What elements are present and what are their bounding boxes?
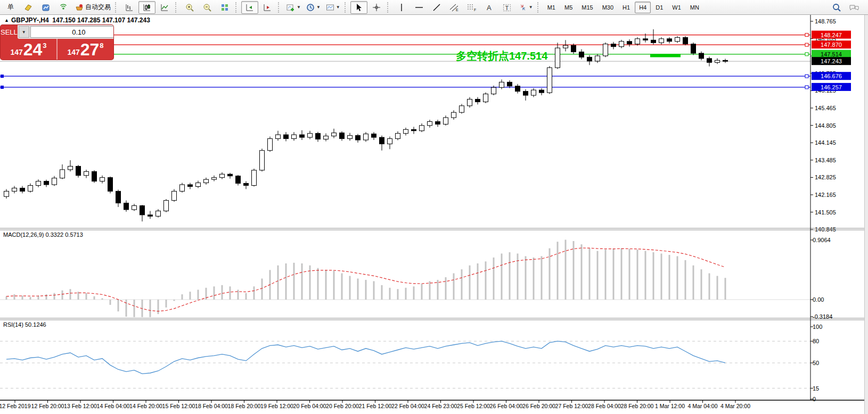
candle-body <box>124 203 129 210</box>
time-label: 14 Feb 20:00 <box>129 403 162 409</box>
time-label: 26 Feb 04:00 <box>490 403 523 409</box>
candle-body <box>188 185 193 186</box>
candle-body <box>300 135 305 137</box>
price-badge-label: 148.247 <box>821 32 842 38</box>
candle-body <box>372 134 376 137</box>
candle-body <box>476 99 480 102</box>
rsi-tick-label: 15 <box>813 385 819 392</box>
rsi-tick-label: 100 <box>813 324 822 330</box>
candle-body <box>108 178 113 192</box>
price-badge-label: 147.514 <box>821 51 842 57</box>
candle-body <box>196 183 201 187</box>
candle-body <box>236 176 241 184</box>
window-edge-strip <box>864 15 868 414</box>
line-handle[interactable] <box>805 86 808 89</box>
time-label: 13 Feb 12:00 <box>64 403 97 409</box>
rsi-label: RSI(14) 50.1246 <box>3 321 46 328</box>
candle-body <box>76 166 81 175</box>
candle-body <box>156 211 161 216</box>
buy-price-button[interactable]: 147 27 8 <box>58 39 113 60</box>
candle-body <box>60 170 65 178</box>
trading-terminal-window: 单 自动交易 ▼ ▼ ▼ E F A T ▼ M1M <box>0 0 868 414</box>
line-handle[interactable] <box>805 34 808 37</box>
time-label: 27 Feb 12:00 <box>555 403 588 409</box>
price-tick-label: 141.505 <box>815 209 836 216</box>
candle-body <box>643 39 648 40</box>
candle-body <box>723 60 728 61</box>
candle-body <box>603 44 608 56</box>
line-handle[interactable] <box>805 43 808 46</box>
time-label: 20 Feb 20:00 <box>326 403 359 409</box>
price-badge-label: 146.257 <box>821 84 842 90</box>
candle-body <box>396 134 400 139</box>
time-label: 28 Feb 04:00 <box>588 403 621 409</box>
candle-body <box>268 139 273 151</box>
candle-body <box>228 174 233 176</box>
candle-body <box>348 136 353 139</box>
candle-body <box>547 68 552 93</box>
line-handle[interactable] <box>805 53 808 56</box>
price-tick-label: 144.145 <box>815 139 836 146</box>
candle-body <box>388 139 392 144</box>
price-tick-label: 144.805 <box>815 122 836 129</box>
time-label: 14 Feb 04:00 <box>97 403 130 409</box>
candle-body <box>116 191 121 203</box>
candle-body <box>635 39 640 44</box>
candle-body <box>364 134 369 140</box>
chart-annotation-text[interactable]: 多空转折点147.514 <box>456 49 547 63</box>
volume-group: ▼ ▲ <box>18 25 113 39</box>
collapse-arrow-icon[interactable]: ▲ <box>4 18 9 23</box>
line-handle[interactable] <box>1 74 4 78</box>
macd-tick-label: 0.00 <box>813 296 824 303</box>
line-handle[interactable] <box>1 86 4 89</box>
candle-body <box>68 166 73 169</box>
candle-body <box>468 99 472 105</box>
candle-body <box>380 137 384 144</box>
candle-body <box>428 121 432 125</box>
volume-decrease-button[interactable]: ▼ <box>19 26 29 38</box>
line-handle[interactable] <box>805 74 808 78</box>
candle-body <box>579 52 584 57</box>
price-badge-label: 146.676 <box>821 73 842 79</box>
rsi-tick-label: 50 <box>813 360 819 366</box>
candle-body <box>412 129 416 130</box>
candle-body <box>499 82 504 87</box>
time-label: 18 Feb 20:00 <box>228 403 261 409</box>
candle-body <box>651 40 656 43</box>
price-badge-label: 147.870 <box>821 42 842 48</box>
candle-body <box>691 44 696 53</box>
candle-body <box>92 171 97 181</box>
rsi-tick-label: 0 <box>813 396 816 402</box>
symbol-name: GBPJPY-,H4 <box>11 16 49 24</box>
buy-price-pip: 8 <box>100 42 103 49</box>
price-tick-label: 148.765 <box>815 18 836 24</box>
sell-price-button[interactable]: 147 24 3 <box>1 39 56 60</box>
time-label: 4 Mar 20:00 <box>720 403 750 409</box>
sell-button[interactable]: SELL <box>1 25 18 39</box>
candle-body <box>340 133 345 139</box>
time-label: 19 Feb 12:00 <box>260 403 293 409</box>
chart-canvas[interactable]: 148.765148.105147.445146.785146.125145.4… <box>0 0 868 414</box>
symbol-ohlc-values: 147.150 147.285 147.107 147.243 <box>52 16 150 24</box>
volume-input[interactable] <box>30 26 113 38</box>
candle-body <box>212 178 217 179</box>
candle-body <box>420 126 424 131</box>
price-tick-label: 142.165 <box>815 192 836 198</box>
candle-body <box>244 184 249 186</box>
candle-body <box>4 191 9 196</box>
candle-body <box>260 151 265 170</box>
candle-body <box>452 112 456 118</box>
time-label: 25 Feb 12:00 <box>457 403 490 409</box>
candle-body <box>523 92 528 95</box>
candle-body <box>284 135 289 138</box>
candle-body <box>132 206 137 210</box>
price-tick-label: 140.845 <box>815 226 836 233</box>
price-tick-label: 145.465 <box>815 105 836 111</box>
time-label: 28 Feb 20:00 <box>621 403 654 409</box>
candle-body <box>444 118 448 124</box>
candle-body <box>531 90 536 95</box>
candle-body <box>683 37 688 44</box>
candle-body <box>659 39 664 43</box>
candle-body <box>515 86 520 92</box>
candle-body <box>563 45 568 48</box>
